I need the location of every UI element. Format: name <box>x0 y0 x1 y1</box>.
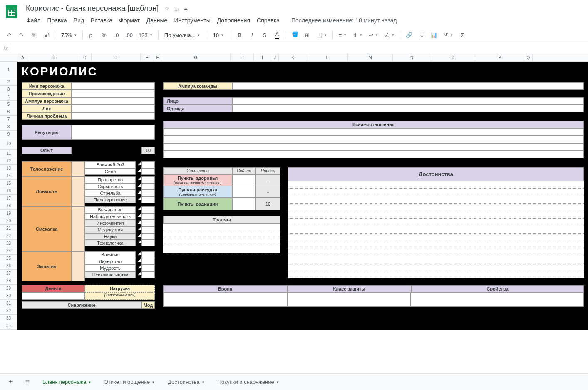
money-input[interactable] <box>22 292 85 300</box>
attribute-value[interactable] <box>72 176 85 206</box>
column-header[interactable]: G <box>161 54 231 61</box>
menu-view[interactable]: Вид <box>71 15 87 25</box>
percent-button[interactable]: % <box>99 30 109 40</box>
row-header[interactable]: 6 <box>0 108 17 116</box>
borders-button[interactable]: ⊞ <box>302 30 313 40</box>
row-header[interactable]: 19 <box>0 210 17 217</box>
problem-input[interactable] <box>72 112 155 120</box>
column-header[interactable]: K <box>279 54 307 61</box>
row-header[interactable]: 3 <box>0 86 17 93</box>
merge-button[interactable]: ⬚ <box>315 30 329 40</box>
relation-row[interactable] <box>163 151 584 158</box>
comment-button[interactable]: 🗨 <box>416 30 427 40</box>
skill-value[interactable] <box>141 271 155 278</box>
functions-button[interactable]: Σ <box>457 30 468 40</box>
merit-row[interactable] <box>288 248 584 256</box>
trauma-row[interactable] <box>163 231 280 238</box>
skill-value[interactable] <box>141 265 155 271</box>
font-size-select[interactable]: 10 <box>211 32 227 38</box>
skill-value[interactable] <box>141 258 155 265</box>
menu-edit[interactable]: Правка <box>44 15 69 25</box>
menu-format[interactable]: Формат <box>116 15 143 25</box>
row-header[interactable]: 12 <box>0 157 17 165</box>
chart-button[interactable]: 📊 <box>429 30 439 40</box>
skill-value[interactable] <box>141 206 155 213</box>
currency-button[interactable]: р. <box>86 30 97 40</box>
column-header[interactable] <box>0 54 17 61</box>
row-header[interactable]: 21 <box>0 225 17 232</box>
merit-row[interactable] <box>288 226 584 234</box>
row-header[interactable]: 25 <box>0 255 17 262</box>
move-icon[interactable]: ⬚ <box>174 5 179 12</box>
row-header[interactable]: 18 <box>0 202 17 210</box>
trauma-row[interactable] <box>163 224 280 231</box>
row-header[interactable]: 1 <box>0 62 17 78</box>
strikethrough-button[interactable]: S <box>259 30 270 40</box>
row-header[interactable]: 26 <box>0 262 17 270</box>
column-header[interactable]: Q <box>524 54 533 61</box>
relation-row[interactable] <box>163 128 584 136</box>
merit-row[interactable] <box>288 219 584 226</box>
hp-current[interactable] <box>232 174 256 186</box>
skill-value[interactable] <box>141 240 155 246</box>
column-header[interactable]: D <box>92 54 141 61</box>
row-header[interactable]: 20 <box>0 217 17 225</box>
sheets-logo[interactable] <box>3 3 20 20</box>
menu-data[interactable]: Данные <box>144 15 171 25</box>
column-header[interactable]: J <box>271 54 279 61</box>
row-header[interactable]: 33 <box>0 315 17 322</box>
row-header[interactable]: 8 <box>0 123 17 131</box>
last-edit[interactable]: Последнее изменение: 10 минут назад <box>288 15 400 25</box>
skill-value[interactable] <box>141 176 155 183</box>
relation-row[interactable] <box>163 136 584 143</box>
skill-value[interactable] <box>141 168 155 175</box>
attribute-value[interactable] <box>72 161 85 176</box>
merit-row[interactable] <box>288 211 584 219</box>
row-header[interactable]: 24 <box>0 247 17 255</box>
paint-format-button[interactable]: 🖌 <box>41 30 52 40</box>
menu-file[interactable]: Файл <box>23 15 43 25</box>
print-button[interactable]: 🖶 <box>28 30 39 40</box>
row-header[interactable]: 7 <box>0 116 17 123</box>
row-header[interactable]: 32 <box>0 307 17 315</box>
merit-row[interactable] <box>288 263 584 271</box>
attribute-value[interactable] <box>72 251 85 281</box>
merit-row[interactable] <box>288 189 584 196</box>
clothes-input[interactable] <box>232 105 584 112</box>
row-header[interactable]: 2 <box>0 78 17 86</box>
rad-current[interactable] <box>232 198 256 210</box>
armor-props-input[interactable] <box>411 293 584 307</box>
increase-decimal-button[interactable]: .00 <box>124 30 134 40</box>
face2-input[interactable] <box>232 97 584 105</box>
cloud-icon[interactable]: ☁ <box>183 5 188 12</box>
column-header[interactable]: A <box>17 54 28 61</box>
trauma-row[interactable] <box>163 238 280 246</box>
redo-button[interactable]: ↷ <box>16 30 27 40</box>
row-header[interactable]: 34 <box>0 322 17 330</box>
row-header[interactable]: 4 <box>0 93 17 101</box>
skill-value[interactable] <box>141 213 155 220</box>
exp-value[interactable]: 10 <box>141 147 155 154</box>
align-button[interactable]: ≡ <box>336 30 349 40</box>
fill-color-button[interactable]: 🪣 <box>290 30 300 40</box>
undo-button[interactable]: ↶ <box>3 30 14 40</box>
char-name-input[interactable] <box>72 82 155 90</box>
merit-row[interactable] <box>288 204 584 211</box>
merit-row[interactable] <box>288 234 584 241</box>
merit-row[interactable] <box>288 241 584 248</box>
face-input[interactable] <box>72 105 155 112</box>
decrease-decimal-button[interactable]: .0 <box>111 30 122 40</box>
text-color-button[interactable]: A <box>272 30 283 40</box>
merit-row[interactable] <box>288 196 584 204</box>
star-icon[interactable]: ☆ <box>164 5 169 12</box>
merit-row[interactable] <box>288 181 584 189</box>
row-header[interactable]: 5 <box>0 101 17 108</box>
column-header[interactable]: I <box>254 54 271 61</box>
menu-help[interactable]: Справка <box>254 15 283 25</box>
column-header[interactable]: M <box>348 54 393 61</box>
merit-row[interactable] <box>288 271 584 278</box>
skill-value[interactable] <box>141 233 155 240</box>
column-header[interactable]: L <box>307 54 348 61</box>
valign-button[interactable]: ⬍ <box>350 30 365 40</box>
column-header[interactable]: B <box>28 54 78 61</box>
